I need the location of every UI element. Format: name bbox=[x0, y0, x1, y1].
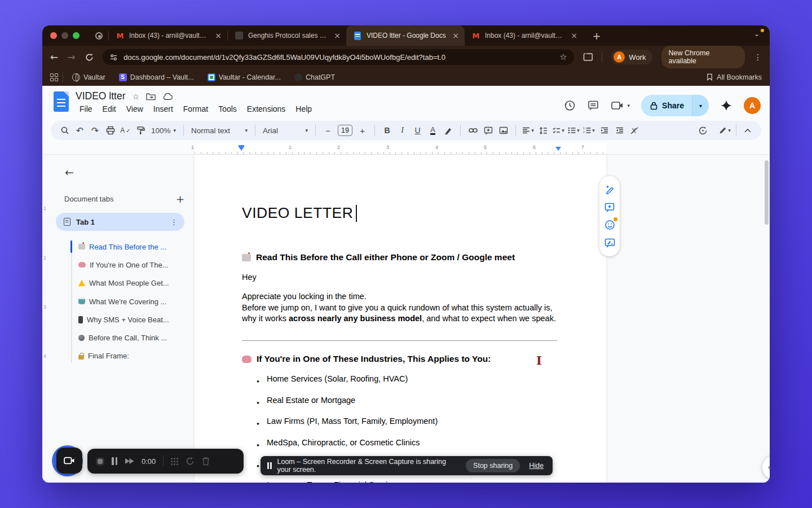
join-call-button[interactable]: ▾ bbox=[611, 100, 630, 111]
menu-tools[interactable]: Tools bbox=[214, 103, 241, 115]
refresh-activity-button[interactable] bbox=[696, 123, 710, 138]
increase-font-size-button[interactable]: + bbox=[355, 123, 369, 138]
outline-item-final-frame[interactable]: Final Frame: bbox=[70, 347, 195, 365]
draw-tool-button[interactable] bbox=[171, 458, 178, 465]
close-tab-icon[interactable]: × bbox=[451, 31, 460, 40]
clear-formatting-button[interactable]: X bbox=[628, 123, 642, 138]
print-button[interactable] bbox=[103, 123, 117, 138]
help-me-write-button[interactable] bbox=[603, 183, 616, 196]
tab-overflow-button[interactable]: ⌄ bbox=[751, 30, 763, 41]
version-history-button[interactable] bbox=[563, 99, 576, 112]
outline-item-read-this[interactable]: Read This Before the ... bbox=[70, 238, 195, 256]
pause-recording-button[interactable] bbox=[112, 457, 117, 465]
chrome-update-button[interactable]: New Chrome available bbox=[661, 46, 745, 68]
minimize-window-button[interactable] bbox=[61, 32, 68, 39]
trash-icon[interactable] bbox=[202, 457, 210, 466]
undo-button[interactable]: ↶ bbox=[73, 123, 87, 138]
comments-button[interactable] bbox=[587, 99, 599, 112]
menu-insert[interactable]: Insert bbox=[149, 103, 177, 115]
add-comment-button[interactable] bbox=[603, 200, 616, 214]
menu-file[interactable]: File bbox=[76, 103, 96, 115]
stop-recording-button[interactable] bbox=[96, 457, 104, 466]
loom-camera-button[interactable] bbox=[56, 448, 82, 474]
gemini-button[interactable] bbox=[720, 99, 732, 112]
bookmark-vaultar[interactable]: Vaultar bbox=[68, 72, 110, 82]
document-status-cloud-icon[interactable] bbox=[162, 93, 173, 100]
bookmark-chatgpt[interactable]: ChatGPT bbox=[290, 72, 339, 82]
hide-banner-link[interactable]: Hide bbox=[529, 462, 544, 470]
hide-menus-button[interactable] bbox=[740, 123, 754, 138]
menu-help[interactable]: Help bbox=[292, 103, 316, 115]
outline-item-before-call[interactable]: Before the Call, Think ... bbox=[70, 329, 195, 347]
menu-format[interactable]: Format bbox=[179, 103, 212, 115]
sidebar-tab-1[interactable]: Tab 1 ⋮ bbox=[56, 213, 184, 231]
paint-format-button[interactable] bbox=[134, 123, 148, 138]
restart-recording-icon[interactable] bbox=[125, 458, 134, 465]
underline-button[interactable]: U bbox=[411, 123, 425, 138]
tab-options-button[interactable]: ⋮ bbox=[170, 218, 178, 226]
font-select[interactable]: Arial ▾ bbox=[261, 126, 310, 135]
tab-inbox-1[interactable]: M Inbox (43) - arnil@vaultar-ai × bbox=[109, 25, 227, 46]
left-indent-marker[interactable] bbox=[239, 147, 244, 151]
numbered-list-button[interactable]: 12 ▾ bbox=[582, 123, 596, 138]
outline-item-industries[interactable]: If You're in One of The... bbox=[70, 256, 195, 274]
bulleted-list-button[interactable]: ▾ bbox=[567, 123, 581, 138]
star-document-icon[interactable]: ☆ bbox=[133, 92, 140, 101]
stop-sharing-button[interactable]: Stop sharing bbox=[466, 459, 520, 472]
address-bar[interactable]: docs.google.com/document/d/1v2Qfy33aGZSd… bbox=[103, 49, 573, 65]
insert-link-button[interactable] bbox=[466, 123, 480, 138]
forward-button[interactable]: → bbox=[67, 51, 75, 63]
bookmark-calendar[interactable]: Vaultar - Calendar... bbox=[203, 72, 285, 82]
fullscreen-window-button[interactable] bbox=[73, 32, 80, 39]
back-button[interactable]: ← bbox=[50, 51, 58, 63]
spellcheck-button[interactable]: A ✓ bbox=[118, 123, 133, 138]
share-dropdown-button[interactable]: ▾ bbox=[692, 95, 709, 116]
outline-item-covering[interactable]: What We're Covering ... bbox=[70, 292, 195, 310]
align-button[interactable]: ▾ bbox=[521, 123, 535, 138]
italic-button[interactable]: I bbox=[395, 123, 409, 138]
horizontal-ruler[interactable]: 1 1 2 3 4 5 6 7 bbox=[195, 143, 606, 154]
account-avatar[interactable]: A bbox=[744, 97, 761, 114]
close-tab-icon[interactable]: × bbox=[570, 31, 579, 40]
scrollbar-thumb[interactable] bbox=[765, 160, 769, 225]
highlight-color-button[interactable] bbox=[441, 123, 455, 138]
zoom-select[interactable]: 100% ▾ bbox=[149, 126, 178, 135]
bookmark-dashboard[interactable]: S Dashboard – Vault... bbox=[114, 72, 198, 82]
font-size-input[interactable]: 19 bbox=[338, 125, 352, 136]
reload-button[interactable] bbox=[85, 52, 94, 62]
restart-icon[interactable] bbox=[186, 457, 195, 466]
bold-button[interactable]: B bbox=[380, 123, 394, 138]
increase-indent-button[interactable] bbox=[612, 123, 626, 138]
bookmark-star-icon[interactable]: ☆ bbox=[559, 52, 567, 62]
emoji-reaction-button[interactable] bbox=[603, 218, 616, 232]
new-tab-button[interactable]: + bbox=[590, 30, 603, 42]
checklist-button[interactable]: ▾ bbox=[551, 123, 566, 138]
menu-extensions[interactable]: Extensions bbox=[243, 103, 289, 115]
outline-item-most-people[interactable]: What Most People Get... bbox=[70, 274, 195, 292]
paragraph-style-select[interactable]: Normal text ▾ bbox=[189, 126, 250, 135]
suggest-edits-button[interactable] bbox=[603, 236, 616, 249]
profile-button[interactable]: A Work bbox=[611, 50, 652, 64]
tab-inbox-2[interactable]: M Inbox (43) - arnil@vaultar-ai × bbox=[465, 25, 583, 46]
close-window-button[interactable] bbox=[50, 32, 57, 39]
collapse-sidebar-button[interactable]: ← bbox=[65, 166, 195, 178]
line-spacing-button[interactable] bbox=[536, 123, 550, 138]
site-info-icon[interactable] bbox=[109, 53, 118, 62]
all-bookmarks-button[interactable]: All Bookmarks bbox=[706, 73, 762, 81]
close-tab-icon[interactable]: × bbox=[214, 31, 223, 40]
document-name[interactable]: VIDEO ltter bbox=[76, 90, 126, 102]
add-comment-button[interactable] bbox=[481, 123, 495, 138]
document-page[interactable]: VIDEO LETTER Read This Before the Call e… bbox=[195, 155, 606, 483]
menu-edit[interactable]: Edit bbox=[99, 103, 120, 115]
outline-item-sms-voice[interactable]: Why SMS + Voice Beat... bbox=[70, 310, 195, 329]
right-indent-marker[interactable] bbox=[555, 147, 561, 151]
text-color-button[interactable]: A bbox=[426, 123, 440, 138]
share-button[interactable]: Share ▾ bbox=[641, 95, 709, 116]
close-tab-icon[interactable]: × bbox=[333, 31, 342, 40]
insert-image-button[interactable] bbox=[496, 123, 510, 138]
add-tab-button[interactable]: + bbox=[176, 193, 184, 205]
move-to-folder-icon[interactable] bbox=[146, 93, 156, 100]
decrease-indent-button[interactable] bbox=[597, 123, 611, 138]
decrease-font-size-button[interactable]: − bbox=[321, 123, 335, 138]
browser-menu-button[interactable]: ⋮ bbox=[754, 52, 762, 62]
